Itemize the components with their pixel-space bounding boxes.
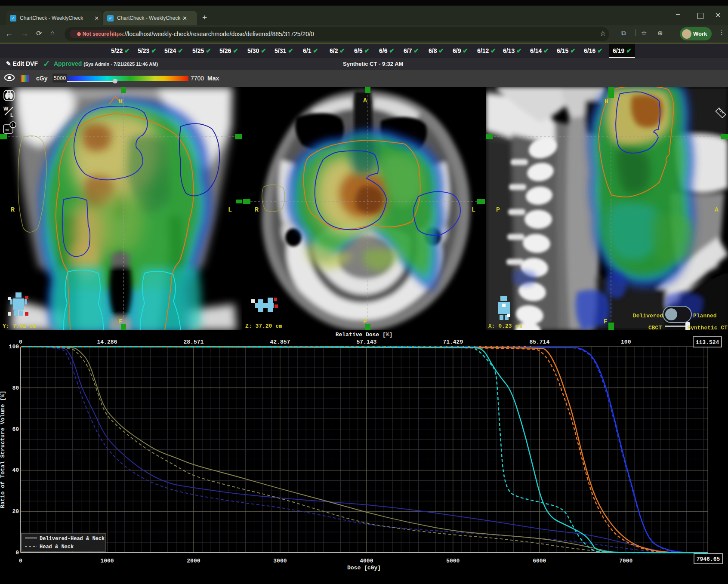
svg-text:H: H (605, 98, 608, 105)
svg-text:L: L (228, 206, 232, 214)
svg-text:20: 20 (12, 508, 19, 515)
svg-text:0: 0 (15, 550, 19, 556)
svg-text:H: H (119, 98, 123, 105)
svg-text:Y: 7.02 cm: Y: 7.02 cm (3, 323, 36, 329)
svg-text:80: 80 (12, 385, 19, 391)
svg-text:Delivered-Head & Neck: Delivered-Head & Neck (40, 536, 105, 542)
svg-text:Synthetic CT: Synthetic CT (687, 325, 728, 330)
svg-text:7946.65: 7946.65 (697, 556, 720, 562)
svg-text:3000: 3000 (273, 558, 287, 564)
svg-text:P: P (496, 206, 500, 214)
svg-text:85.714: 85.714 (529, 339, 549, 345)
svg-text:L: L (10, 112, 13, 118)
svg-text:60: 60 (12, 426, 19, 433)
svg-text:0: 0 (19, 339, 22, 345)
svg-text:Planned: Planned (693, 313, 717, 319)
svg-text:F: F (604, 318, 608, 326)
svg-text:42.857: 42.857 (270, 339, 290, 345)
svg-text:100: 100 (9, 344, 19, 350)
svg-text:0: 0 (19, 558, 22, 564)
svg-text:57.143: 57.143 (356, 339, 376, 345)
svg-text:5000: 5000 (446, 558, 460, 564)
svg-text:1000: 1000 (100, 558, 114, 564)
svg-text:W: W (3, 106, 9, 112)
svg-text:i: i (12, 123, 13, 127)
svg-text:2000: 2000 (187, 558, 200, 564)
svg-text:Relative Dose [%]: Relative Dose [%] (336, 332, 393, 338)
svg-text:A: A (363, 97, 367, 105)
svg-text:7000: 7000 (619, 558, 632, 564)
svg-text:R: R (11, 206, 15, 214)
svg-text:6000: 6000 (533, 558, 546, 564)
svg-text:ctrl: ctrl (5, 129, 9, 132)
svg-text:4000: 4000 (360, 558, 373, 564)
svg-text:CBCT: CBCT (648, 325, 662, 330)
svg-text:Head & Neck: Head & Neck (40, 544, 74, 550)
svg-text:14.286: 14.286 (97, 339, 117, 345)
svg-text:Dose [cGy]: Dose [cGy] (347, 565, 381, 571)
svg-text:113.524: 113.524 (696, 339, 719, 346)
svg-text:28.571: 28.571 (184, 339, 204, 345)
svg-text:P: P (363, 318, 367, 326)
svg-text:100: 100 (621, 339, 631, 345)
svg-text:X: 0.23 cm: X: 0.23 cm (488, 323, 522, 329)
svg-text:A: A (715, 206, 719, 214)
svg-text:71.429: 71.429 (443, 339, 463, 345)
svg-text:F: F (119, 318, 123, 326)
svg-text:Ratio of Total Structure Volum: Ratio of Total Structure Volume [%] (0, 390, 6, 508)
svg-text:L: L (472, 206, 475, 214)
svg-text:R: R (255, 206, 259, 214)
svg-text:Delivered: Delivered (633, 313, 663, 319)
svg-text:Z: 37.20 cm: Z: 37.20 cm (245, 323, 282, 329)
svg-text:40: 40 (12, 467, 19, 473)
